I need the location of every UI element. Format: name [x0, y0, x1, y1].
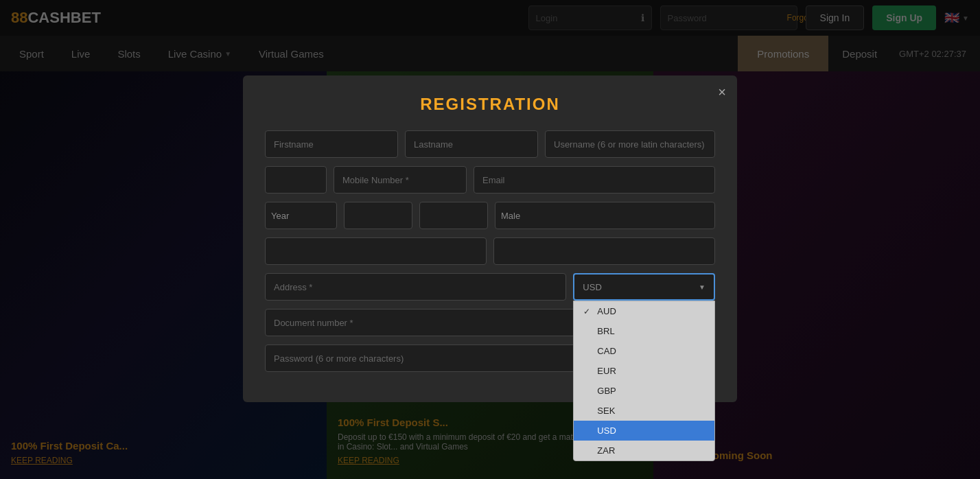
email-input[interactable] [474, 166, 715, 194]
form-row-dob: Year Male Female [265, 202, 715, 229]
currency-label-cad: CAD [597, 346, 616, 356]
modal-close-button[interactable]: × [718, 85, 726, 99]
currency-option-aud[interactable]: ✓ AUD [574, 301, 714, 321]
registration-modal: × REGISTRATION +44 +1 +27 Year [243, 75, 737, 402]
form-row-contact: +44 +1 +27 [265, 166, 715, 194]
currency-label-aud: AUD [597, 306, 616, 316]
username-input[interactable] [545, 130, 715, 158]
month-select[interactable] [344, 202, 412, 229]
currency-option-zar[interactable]: ZAR [574, 441, 714, 460]
currency-option-cad[interactable]: CAD [574, 341, 714, 361]
currency-option-eur[interactable]: EUR [574, 361, 714, 381]
chevron-down-icon: ▼ [699, 283, 705, 291]
country2-select[interactable] [493, 237, 715, 265]
modal-overlay: × REGISTRATION +44 +1 +27 Year [0, 0, 980, 479]
currency-option-usd[interactable]: USD [574, 421, 714, 441]
modal-title: REGISTRATION [265, 95, 715, 114]
form-row-address-currency: USD ▼ ✓ AUD BRL CAD [265, 273, 715, 301]
currency-label-eur: EUR [597, 366, 616, 376]
form-row-country [265, 237, 715, 265]
firstname-input[interactable] [265, 130, 398, 158]
currency-container: USD ▼ ✓ AUD BRL CAD [573, 273, 715, 301]
mobile-input[interactable] [334, 166, 467, 194]
currency-label-brl: BRL [597, 326, 614, 336]
gender-select[interactable]: Male Female [495, 202, 715, 229]
currency-label-usd: USD [597, 425, 616, 436]
currency-label-sek: SEK [597, 406, 615, 416]
currency-display[interactable]: USD ▼ [573, 273, 715, 301]
address-input[interactable] [265, 273, 566, 301]
currency-option-gbp[interactable]: GBP [574, 381, 714, 401]
currency-option-sek[interactable]: SEK [574, 401, 714, 421]
currency-check-aud: ✓ [583, 307, 593, 316]
year-select[interactable]: Year [265, 202, 337, 229]
lastname-input[interactable] [405, 130, 538, 158]
currency-label-gbp: GBP [597, 386, 616, 396]
currency-label-zar: ZAR [597, 445, 615, 456]
country1-select[interactable] [265, 237, 487, 265]
currency-dropdown: ✓ AUD BRL CAD EUR [573, 301, 715, 461]
country-code-select[interactable]: +44 +1 +27 [265, 166, 327, 194]
currency-selected-value: USD [583, 282, 601, 292]
currency-option-brl[interactable]: BRL [574, 321, 714, 341]
form-row-name [265, 130, 715, 158]
day-select[interactable] [419, 202, 488, 229]
